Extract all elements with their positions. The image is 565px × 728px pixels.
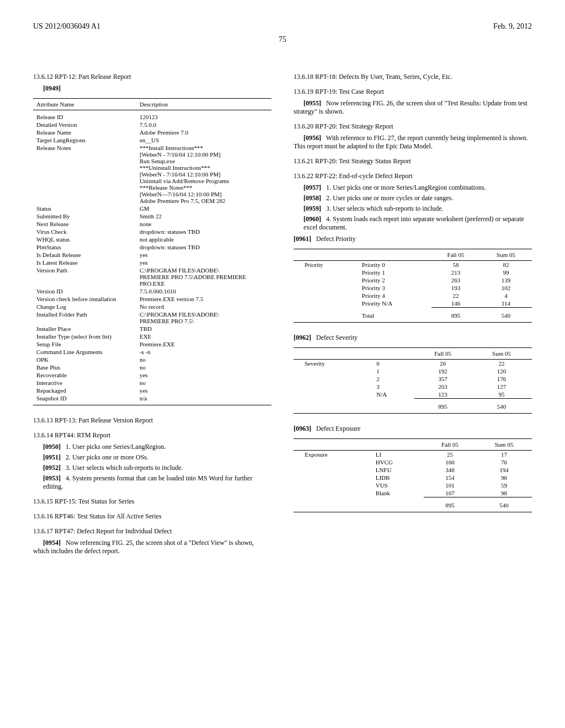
list-item: [0958] 2. User picks one or more cycles … [303, 194, 532, 202]
table-cell [294, 466, 371, 474]
table-row: Submitted BySmith 22 [33, 212, 271, 220]
attr-desc-cell: not applicable [136, 235, 271, 243]
attr-name-cell: Snapshot ID [33, 394, 136, 405]
attr-name-cell: Interactive [33, 379, 136, 387]
table-cell: 4 [480, 292, 532, 299]
attr-name-cell: Base Plus [33, 363, 136, 371]
table-cell: 3 [372, 383, 414, 390]
table-row: 1192120 [294, 367, 532, 375]
table-cell: 98 [476, 489, 532, 497]
table-header-row: Attribute Name Description [33, 99, 271, 110]
table-cell: 59 [476, 481, 532, 489]
attr-name-cell: Is Latest Release [33, 259, 136, 266]
paragraph-0963: [0963] Defect Exposure [294, 425, 532, 433]
table-row: Recoverableyes [33, 371, 271, 379]
table-cell: LIDB [371, 474, 424, 481]
table-row: Base Plusno [33, 363, 271, 371]
table-header-row: Fall 05 Sum 05 [294, 348, 532, 360]
table-cell [294, 383, 372, 390]
section-13-6-15: 13.6.15 RPT-15: Test Status for Series [33, 497, 271, 506]
attr-desc-cell: en__US [136, 136, 271, 144]
table-row: Is Default Releaseyes [33, 251, 271, 259]
table-total-row: 895540 [294, 399, 532, 414]
attr-name-cell: Status [33, 205, 136, 212]
attr-desc-cell: 120123 [136, 110, 271, 121]
col-attribute-name: Attribute Name [33, 99, 136, 110]
table-header-row: Fall 05 Sum 05 [294, 249, 532, 261]
table-row: StatusGM [33, 205, 271, 212]
attr-desc-cell: dropdown: statuses TBD [136, 243, 271, 251]
table-cell: 193 [431, 284, 480, 292]
attr-name-cell: Submitted By [33, 212, 136, 220]
section-13-6-22: 13.6.22 RPT-22: End-of-cycle Defect Repo… [294, 172, 532, 180]
table-cell: 348 [424, 466, 476, 474]
table-cell: 107 [424, 489, 476, 497]
attr-name-cell: Next Release [33, 220, 136, 228]
attr-desc-cell: Smith 22 [136, 212, 271, 220]
attr-name-cell: Release Name [33, 129, 136, 136]
table-header-row: Fall 05 Sum 05 [294, 439, 532, 451]
table-cell: Priority N/A [358, 299, 431, 308]
table-row: Detailed Version7.5.0.0 [33, 121, 271, 129]
table-row: N/A12395 [294, 390, 532, 399]
attr-name-cell: Version Path [33, 266, 136, 287]
table-row: Release ID120123 [33, 110, 271, 121]
col-description: Description [136, 99, 271, 110]
list-item: [0950] 1. User picks one Series/LangRegi… [43, 443, 271, 451]
table-cell: 2 [372, 375, 414, 383]
attr-desc-cell: -s -n [136, 348, 271, 356]
table-cell: 22 [431, 292, 480, 299]
table-cell: N/A [372, 390, 414, 399]
para-0949: [0949] [43, 84, 61, 92]
right-column: 13.6.18 RPT-18: Defects By User, Team, S… [294, 66, 532, 559]
table-row: Target LangRegionsen__US [33, 136, 271, 144]
table-cell [294, 390, 372, 399]
table-cell: 139 [480, 276, 532, 284]
attr-desc-cell: 7.5.0.000.1010 [136, 287, 271, 295]
attr-name-cell: Change Log [33, 303, 136, 311]
table-cell: 194 [476, 466, 532, 474]
left-column: 13.6.12 RPT-12: Part Release Report [094… [33, 66, 271, 559]
table-cell: 127 [471, 383, 532, 390]
attr-desc-cell: GM [136, 205, 271, 212]
attr-name-cell: Version ID [33, 287, 136, 295]
attr-desc-cell: Adobe Premiere 7.0 [136, 129, 271, 136]
attr-name-cell: Release Notes [33, 144, 136, 205]
table-row: Is Latest Releaseyes [33, 259, 271, 266]
table-row: Priority N/A146114 [294, 299, 532, 308]
table-row: LNFU348194 [294, 466, 532, 474]
table-cell [294, 481, 371, 489]
table-cell: Priority 1 [358, 269, 431, 276]
section-13-6-18: 13.6.18 RPT-18: Defects By User, Team, S… [294, 73, 532, 81]
table-cell: 95 [471, 390, 532, 399]
table-cell: 102 [480, 284, 532, 292]
table-row: Virus Checkdropdown: statuses TBD [33, 228, 271, 235]
table-row: LIDB15496 [294, 474, 532, 481]
attr-desc-cell: No record [136, 303, 271, 311]
table-cell: 58 [431, 261, 480, 269]
defect-priority-table: Fall 05 Sum 05 PriorityPriority 05882Pri… [294, 249, 532, 323]
list-item: [0953] 4. System presents format that ca… [43, 474, 271, 491]
attr-desc-cell: 7.5.0.0 [136, 121, 271, 129]
attr-name-cell: Installer Type (select from list) [33, 333, 136, 340]
publication-number: US 2012/0036049 A1 [33, 22, 100, 31]
attr-desc-cell: yes [136, 371, 271, 379]
table-cell: 357 [414, 375, 471, 383]
attr-desc-cell: yes [136, 259, 271, 266]
table-cell [294, 276, 358, 284]
table-cell [294, 367, 372, 375]
attr-name-cell: PlmStatus [33, 243, 136, 251]
page-header: US 2012/0036049 A1 Feb. 9, 2012 [33, 22, 532, 31]
table-row: 3203127 [294, 383, 532, 390]
list-item: [0957] 1. User picks one or more Series/… [303, 184, 532, 192]
table-row: Installed Folder PathC:\PROGRAM FILES\AD… [33, 311, 271, 325]
table-row: 2357176 [294, 375, 532, 383]
attr-name-cell: Detailed Version [33, 121, 136, 129]
table-row: PlmStatusdropdown: statuses TBD [33, 243, 271, 251]
table-cell: Severity [294, 360, 372, 368]
attr-desc-cell: dropdown: statuses TBD [136, 228, 271, 235]
table-cell: 123 [414, 390, 471, 399]
table-row: Command Line Arguments-s -n [33, 348, 271, 356]
table-cell: 114 [480, 299, 532, 308]
table-cell: 25 [424, 451, 476, 459]
